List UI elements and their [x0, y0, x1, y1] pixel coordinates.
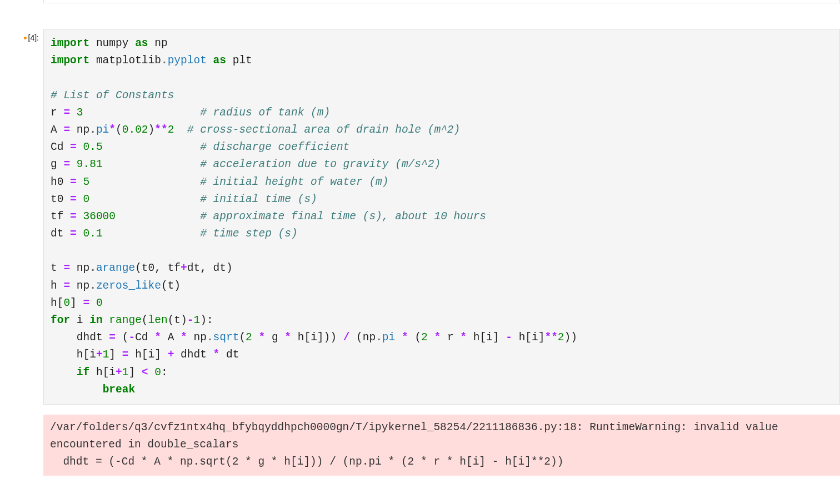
s12-18: [408, 331, 415, 344]
var-h: h: [51, 280, 57, 292]
kw-in: in: [89, 314, 102, 326]
error-text: /var/folders/q3/cvfz1ntx4hq_bfybqyddhpch…: [50, 419, 833, 471]
dot-18: .: [207, 331, 213, 344]
one-20: 1: [122, 366, 129, 379]
indent-21: [51, 384, 103, 396]
lp2-17: (: [168, 314, 174, 326]
s16-18: [467, 331, 473, 344]
h-19: h: [77, 349, 83, 361]
rp2-17: ): [181, 314, 187, 326]
previous-output-sliver: [43, 0, 840, 3]
alias-plt: plt: [233, 54, 252, 67]
rp-17: ): [200, 314, 207, 326]
colon-20: :: [161, 366, 168, 379]
s1-18: [148, 331, 155, 344]
s11-18: [395, 331, 402, 344]
two2-18: 2: [421, 331, 428, 344]
lp5-18: (: [414, 331, 421, 344]
comment-a: # cross-sectional area of drain hole (m^…: [187, 124, 460, 136]
star5-18: *: [402, 331, 408, 344]
var-h0: h0: [51, 176, 63, 188]
val1-a: 0.02: [122, 124, 148, 136]
fn-range: range: [103, 314, 142, 326]
s3-20: [148, 366, 155, 379]
s2-18: [161, 331, 168, 344]
val-tf: 36000: [83, 210, 116, 223]
pad-cd: [103, 141, 201, 153]
pad-dt: [103, 228, 201, 240]
comment-header: # List of Constants: [51, 89, 174, 102]
lb-16: [: [57, 297, 64, 309]
lb3-18: [: [525, 331, 532, 344]
eq-dt: =: [63, 228, 83, 240]
mod-pyplot: pyplot: [168, 54, 207, 67]
s2-20: [135, 366, 142, 379]
input-cell-content: import numpy as np import matplotlib.pyp…: [43, 27, 840, 476]
two-18: 2: [246, 331, 252, 344]
star-a: *: [109, 124, 116, 136]
i2-19: i: [148, 349, 155, 361]
val-r: 3: [77, 107, 83, 119]
comment-t0: # initial time (s): [200, 193, 317, 205]
np-h: np: [77, 280, 89, 292]
dot-h: .: [89, 280, 96, 292]
s5-18: [252, 331, 259, 344]
t-17: t: [174, 314, 181, 326]
s2-19: [174, 349, 181, 361]
dhdt-19: dhdt: [181, 349, 207, 361]
star-19: *: [213, 349, 220, 361]
sqrt-18: sqrt: [213, 331, 239, 344]
plus2-19: +: [168, 349, 174, 361]
val-t0: 0: [83, 193, 90, 205]
indent-18: [51, 331, 77, 344]
plus-20: +: [116, 366, 122, 379]
var-g: g: [51, 158, 57, 170]
kw-break: break: [103, 384, 136, 396]
s9-18: [337, 331, 343, 344]
notebook-container: •[4]: import numpy as np import matplotl…: [0, 0, 840, 476]
np-a: np: [77, 124, 89, 136]
g-18: g: [272, 331, 278, 344]
kw-if: if: [77, 366, 89, 379]
input-prompt-area[interactable]: •[4]:: [0, 27, 43, 43]
s7-18: [278, 331, 285, 344]
dstar-18: **: [544, 331, 557, 344]
var-r: r: [51, 107, 57, 119]
dot-t: .: [89, 262, 96, 274]
pad-h0: [89, 176, 200, 188]
eq-r: =: [57, 107, 77, 119]
comment-r: # radius of tank (m): [200, 107, 330, 119]
dhdt-18: dhdt: [77, 331, 103, 344]
lp2-18: (: [239, 331, 246, 344]
rp-t: ): [226, 262, 233, 274]
zero-16: 0: [63, 297, 70, 309]
code-input-area[interactable]: import numpy as np import matplotlib.pyp…: [43, 29, 840, 405]
input-prompt-label: [4]:: [28, 33, 39, 42]
dt2-arg: dt: [213, 262, 226, 274]
comment-tf: # approximate final time (s), about 10 h…: [200, 210, 486, 223]
tf-arg: tf: [168, 262, 181, 274]
star2-18: *: [181, 331, 187, 344]
rp-a: ): [148, 124, 155, 136]
var-t0: t0: [51, 193, 63, 205]
star3-18: *: [259, 331, 266, 344]
kw-for: for: [51, 314, 70, 326]
comment-h0: # initial height of water (m): [200, 176, 388, 188]
var-i: i: [70, 314, 89, 326]
var-t: t: [51, 262, 57, 274]
t0-arg: t0: [142, 262, 154, 274]
comment-dt: # time step (s): [200, 228, 298, 240]
a-18: A: [168, 331, 174, 344]
pi-a: pi: [96, 124, 109, 136]
minus2-18: -: [506, 331, 512, 344]
code-source[interactable]: import numpy as np import matplotlib.pyp…: [51, 35, 833, 399]
div-18: /: [343, 331, 350, 344]
t-arg-h: t: [168, 280, 174, 292]
h-20: h: [96, 366, 103, 379]
fn-len: len: [148, 314, 168, 326]
eq-19: =: [116, 349, 135, 361]
eq-a: =: [57, 124, 77, 136]
var-cd: Cd: [51, 141, 63, 153]
lb-18: [: [304, 331, 311, 344]
lb-20: [: [103, 366, 109, 379]
